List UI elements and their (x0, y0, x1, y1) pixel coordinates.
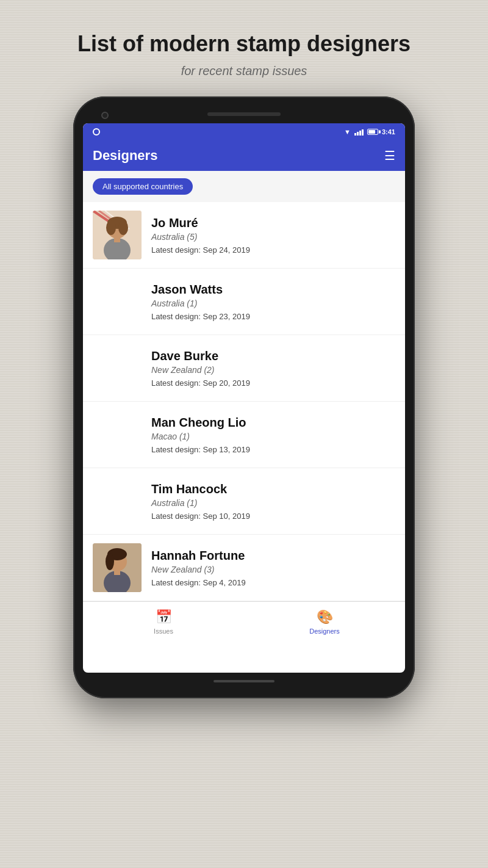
designer-country: Macao (1) (151, 432, 395, 441)
list-item[interactable]: Hannah Fortune New Zealand (3) Latest de… (83, 535, 405, 601)
designers-icon: 🎨 (317, 609, 333, 625)
phone-frame: ▼ 3:41 Designers ☰ (73, 96, 415, 698)
designer-latest: Latest design: Sep 23, 2019 (151, 312, 395, 321)
home-indicator (214, 680, 274, 682)
sort-icon[interactable]: ☰ (384, 148, 395, 163)
content-area: All supported countries (83, 171, 405, 601)
designer-name: Dave Burke (151, 349, 395, 363)
designer-info: Jo Muré Australia (5) Latest design: Sep… (151, 216, 395, 255)
svg-point-6 (106, 220, 116, 235)
battery-icon (367, 129, 378, 135)
list-item[interactable]: Jo Muré Australia (5) Latest design: Sep… (83, 202, 405, 269)
nav-label-issues: Issues (154, 627, 173, 635)
toolbar-title: Designers (93, 148, 157, 164)
country-filter-chip[interactable]: All supported countries (93, 178, 193, 195)
designer-name: Hannah Fortune (151, 549, 395, 563)
designer-latest: Latest design: Sep 13, 2019 (151, 445, 395, 454)
status-time: 3:41 (382, 128, 395, 136)
signal-bars (354, 128, 364, 136)
phone-screen: ▼ 3:41 Designers ☰ (83, 123, 405, 673)
designer-info: Dave Burke New Zealand (2) Latest design… (151, 349, 395, 388)
designer-name: Jason Watts (151, 283, 395, 297)
designer-country: Australia (1) (151, 298, 395, 308)
svg-rect-15 (114, 570, 120, 575)
avatar-placeholder (93, 344, 142, 392)
phone-mockup: ▼ 3:41 Designers ☰ (73, 96, 415, 698)
designer-name: Man Cheong Lio (151, 416, 395, 430)
page-title: List of modern stamp designers (53, 31, 435, 57)
phone-speaker (207, 112, 281, 116)
wifi-icon: ▼ (344, 128, 351, 136)
phone-top-bar (83, 107, 405, 123)
designer-country: Australia (1) (151, 498, 395, 508)
phone-bottom (83, 673, 405, 687)
designer-country: Australia (5) (151, 232, 395, 242)
designer-name: Tim Hancock (151, 482, 395, 496)
designer-latest: Latest design: Sep 4, 2019 (151, 578, 395, 587)
filter-row: All supported countries (83, 171, 405, 202)
status-left (93, 128, 100, 136)
list-item[interactable]: Man Cheong Lio Macao (1) Latest design: … (83, 402, 405, 468)
designer-name: Jo Muré (151, 216, 395, 230)
phone-camera (101, 112, 109, 119)
designer-latest: Latest design: Sep 20, 2019 (151, 378, 395, 388)
avatar (93, 211, 142, 259)
designer-latest: Latest design: Sep 24, 2019 (151, 245, 395, 255)
nav-label-designers: Designers (309, 627, 340, 635)
designer-info: Tim Hancock Australia (1) Latest design:… (151, 482, 395, 521)
avatar-placeholder (93, 277, 142, 326)
designer-info: Man Cheong Lio Macao (1) Latest design: … (151, 416, 395, 454)
designer-country: New Zealand (3) (151, 565, 395, 574)
designer-info: Hannah Fortune New Zealand (3) Latest de… (151, 549, 395, 587)
avatar-placeholder (93, 410, 142, 459)
avatar-placeholder (93, 477, 142, 526)
svg-point-13 (106, 553, 114, 570)
svg-point-7 (118, 220, 128, 235)
list-item[interactable]: Dave Burke New Zealand (2) Latest design… (83, 335, 405, 402)
list-item[interactable]: Jason Watts Australia (1) Latest design:… (83, 269, 405, 335)
status-bar: ▼ 3:41 (83, 123, 405, 140)
bottom-nav: 📅 Issues 🎨 Designers (83, 601, 405, 640)
nav-item-designers[interactable]: 🎨 Designers (244, 607, 405, 637)
designer-list: Jo Muré Australia (5) Latest design: Sep… (83, 202, 405, 601)
avatar (93, 543, 142, 592)
page-subtitle: for recent stamp issues (181, 64, 307, 78)
designer-info: Jason Watts Australia (1) Latest design:… (151, 283, 395, 321)
status-indicator (93, 128, 100, 136)
designer-country: New Zealand (2) (151, 365, 395, 375)
nav-item-issues[interactable]: 📅 Issues (83, 607, 244, 637)
designer-latest: Latest design: Sep 10, 2019 (151, 512, 395, 521)
status-right: ▼ 3:41 (344, 128, 395, 136)
svg-rect-9 (114, 237, 120, 242)
issues-icon: 📅 (156, 609, 172, 625)
app-toolbar: Designers ☰ (83, 140, 405, 171)
list-item[interactable]: Tim Hancock Australia (1) Latest design:… (83, 468, 405, 535)
